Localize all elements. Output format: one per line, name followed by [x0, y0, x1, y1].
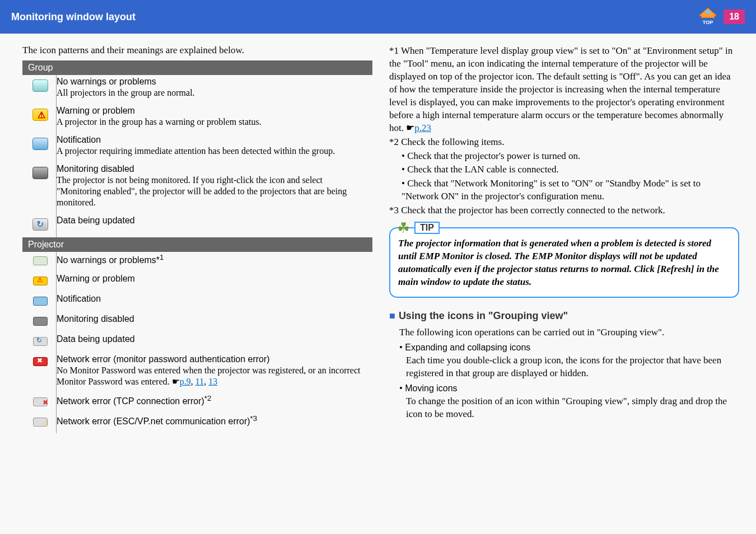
proj-row-neterr-auth: ✖ Network error (monitor password authen… — [22, 353, 372, 393]
proj-notification-icon — [33, 297, 48, 306]
footnote-2: *2 Check the following items. — [389, 136, 739, 149]
page-link-23[interactable]: p.23 — [414, 123, 431, 133]
group-updating-icon: ↻ — [32, 218, 48, 231]
status-desc: The projector is not being monitored. If… — [57, 175, 347, 207]
footnote-2b: • Check that the LAN cable is connected. — [402, 163, 739, 176]
status-title: Data being updated — [57, 216, 135, 225]
footnote-2a: • Check that the projector's power is tu… — [402, 150, 739, 163]
footnote-3: *3 Check that the projector has been cor… — [389, 204, 739, 217]
group-notification-icon — [32, 138, 48, 150]
proj-neterr-tcp-icon: ✖ — [33, 397, 48, 406]
group-section-header: Group — [22, 60, 372, 75]
tip-box: ☘ TIP The projector information that is … — [389, 227, 739, 298]
group-row-warning: ⚠ Warning or problemA projector in the g… — [22, 104, 372, 133]
proj-updating-icon: ↻ — [33, 337, 48, 346]
status-title: Network error (ESC/VP.net communication … — [57, 416, 250, 426]
sup: *2 — [204, 394, 212, 402]
proj-row-neterr-tcp: ✖ Network error (TCP connection error)*2 — [22, 393, 372, 413]
book-icon: ☛ — [172, 377, 180, 386]
footnotes: *1 When "Temperature level display group… — [389, 45, 739, 217]
bullet-title: Expanding and collapsing icons — [405, 343, 530, 352]
blue-square-icon: ■ — [389, 310, 395, 321]
book-icon: ☛ — [406, 123, 414, 133]
status-title: No warnings or problems* — [57, 255, 160, 265]
status-desc: A projector in the group has a warning o… — [57, 117, 262, 127]
page-number: 18 — [724, 10, 745, 24]
svg-rect-3 — [706, 10, 710, 13]
proj-warning-icon: ⚠ — [33, 277, 48, 285]
tip-leaf-icon: ☘ — [397, 219, 410, 237]
sub-intro: The following icon operations can be car… — [399, 326, 739, 339]
svg-text:TOP: TOP — [703, 20, 713, 25]
proj-neterr-escvp-icon: ? — [33, 418, 48, 427]
subsection-body: The following icon operations can be car… — [399, 326, 739, 421]
top-home-icon[interactable]: TOP — [697, 6, 719, 28]
proj-row-normal: No warnings or problems*1 — [22, 252, 372, 272]
group-normal-icon — [32, 79, 48, 92]
header-title: Monitoring window layout — [11, 11, 136, 23]
page-header: Monitoring window layout TOP 18 — [0, 0, 756, 34]
page-link-9[interactable]: p.9 — [180, 377, 191, 386]
status-title: Warning or problem — [57, 106, 135, 115]
status-title: Monitoring disabled — [57, 164, 134, 174]
status-title: Monitoring disabled — [57, 314, 134, 324]
header-right: TOP 18 — [697, 6, 745, 28]
page-link-11[interactable]: 11 — [195, 377, 204, 386]
proj-row-disabled: Monitoring disabled — [22, 312, 372, 332]
proj-row-neterr-escvp: ? Network error (ESC/VP.net communicatio… — [22, 413, 372, 433]
status-title: Data being updated — [57, 334, 135, 344]
tip-label: TIP — [414, 222, 440, 234]
group-row-disabled: Monitoring disabledThe projector is not … — [22, 162, 372, 214]
status-desc: A projector requiring immediate attentio… — [57, 146, 335, 156]
proj-disabled-icon — [33, 317, 48, 326]
status-title: Notification — [57, 294, 101, 303]
footnote-2c: • Check that "Network Monitoring" is set… — [402, 177, 739, 203]
group-row-normal: No warnings or problemsAll projectors in… — [22, 75, 372, 104]
footnote-1: *1 When "Temperature level display group… — [389, 45, 732, 133]
proj-row-warning: ⚠ Warning or problem — [22, 272, 372, 292]
group-disabled-icon — [32, 167, 48, 179]
proj-row-notification: Notification — [22, 292, 372, 312]
bullet-title: Moving icons — [405, 383, 457, 393]
sup: *3 — [250, 414, 258, 423]
proj-row-updating: ↻ Data being updated — [22, 332, 372, 353]
intro-text: The icon patterns and their meanings are… — [22, 45, 372, 56]
status-desc: All projectors in the group are normal. — [57, 88, 195, 97]
page-link-13[interactable]: 13 — [208, 377, 217, 386]
tip-text: The projector information that is genera… — [398, 237, 730, 289]
subheading: ■Using the icons in "Grouping view" — [389, 310, 739, 322]
group-row-updating: ↻ Data being updated — [22, 214, 372, 237]
bullet-desc: To change the position of an icon within… — [406, 395, 739, 421]
bullet-desc: Each time you double-click a group icon,… — [406, 354, 739, 380]
group-row-notification: NotificationA projector requiring immedi… — [22, 133, 372, 162]
status-title: Network error (TCP connection error) — [57, 396, 204, 406]
status-title: Notification — [57, 135, 101, 144]
status-title: Network error (monitor password authenti… — [57, 354, 270, 364]
group-warning-icon: ⚠ — [32, 109, 48, 121]
projector-section-header: Projector — [22, 237, 372, 252]
status-title: Warning or problem — [57, 274, 135, 283]
sup: 1 — [160, 253, 164, 261]
proj-normal-icon — [33, 256, 48, 265]
proj-neterr-auth-icon: ✖ — [33, 357, 48, 366]
status-title: No warnings or problems — [57, 77, 156, 86]
